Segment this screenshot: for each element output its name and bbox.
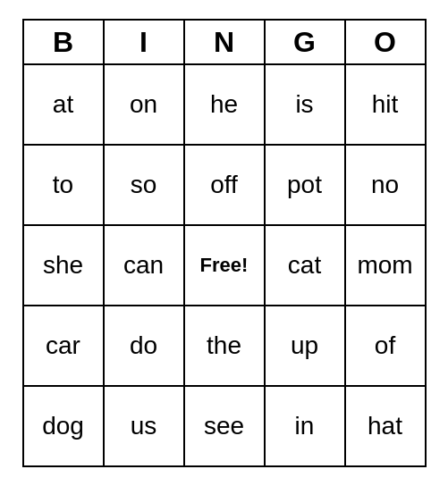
row-3: she can Free! cat mom	[24, 226, 427, 306]
cell-4-3[interactable]: the	[185, 306, 266, 387]
header-b: B	[24, 21, 105, 65]
cell-4-5[interactable]: of	[346, 306, 427, 387]
header-g: G	[266, 21, 346, 65]
cell-1-2[interactable]: on	[105, 65, 185, 146]
cell-2-4[interactable]: pot	[266, 146, 346, 226]
cell-5-5[interactable]: hat	[346, 387, 427, 467]
header-row: B I N G O	[24, 21, 427, 65]
cell-3-2[interactable]: can	[105, 226, 185, 306]
cell-3-1[interactable]: she	[24, 226, 105, 306]
bingo-card: B I N G O at on he is hit to so off pot …	[22, 19, 427, 467]
header-i: I	[105, 21, 185, 65]
row-2: to so off pot no	[24, 146, 427, 226]
cell-3-4[interactable]: cat	[266, 226, 346, 306]
cell-5-3[interactable]: see	[185, 387, 266, 467]
header-n: N	[185, 21, 266, 65]
cell-1-4[interactable]: is	[266, 65, 346, 146]
cell-5-1[interactable]: dog	[24, 387, 105, 467]
cell-4-2[interactable]: do	[105, 306, 185, 387]
cell-1-1[interactable]: at	[24, 65, 105, 146]
cell-3-3-free[interactable]: Free!	[185, 226, 266, 306]
cell-2-3[interactable]: off	[185, 146, 266, 226]
cell-2-1[interactable]: to	[24, 146, 105, 226]
cell-1-5[interactable]: hit	[346, 65, 427, 146]
cell-5-2[interactable]: us	[105, 387, 185, 467]
row-5: dog us see in hat	[24, 387, 427, 467]
cell-2-5[interactable]: no	[346, 146, 427, 226]
header-o: O	[346, 21, 427, 65]
cell-5-4[interactable]: in	[266, 387, 346, 467]
row-4: car do the up of	[24, 306, 427, 387]
cell-1-3[interactable]: he	[185, 65, 266, 146]
row-1: at on he is hit	[24, 65, 427, 146]
cell-2-2[interactable]: so	[105, 146, 185, 226]
cell-4-1[interactable]: car	[24, 306, 105, 387]
cell-3-5[interactable]: mom	[346, 226, 427, 306]
cell-4-4[interactable]: up	[266, 306, 346, 387]
